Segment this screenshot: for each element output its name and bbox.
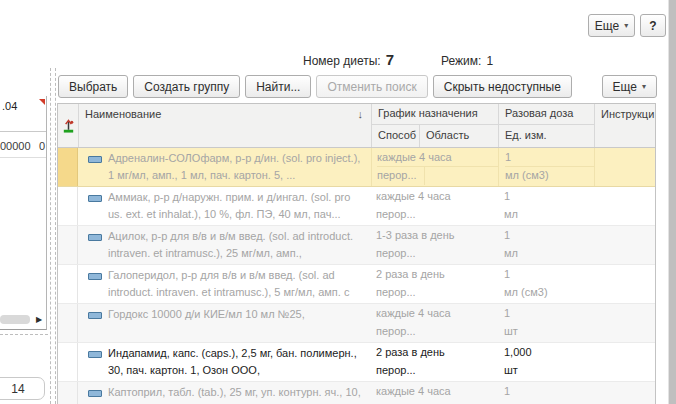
create-group-button[interactable]: Создать группу xyxy=(133,75,240,98)
list-item-icon xyxy=(88,390,102,397)
medication-name: Аммиак, р-р д/наружн. прим. и д/ингал. (… xyxy=(108,189,367,223)
unit-value: шт xyxy=(504,362,594,380)
select-button[interactable]: Выбрать xyxy=(58,75,128,98)
column-header-method[interactable]: Способ xyxy=(372,125,420,147)
table-row[interactable]: Гордокс 10000 д/и КИЕ/мл 10 мл №25, кажд… xyxy=(58,304,655,343)
medication-name: Гордокс 10000 д/и КИЕ/мл 10 мл №25, xyxy=(108,306,305,340)
instruction-cell xyxy=(594,343,655,381)
count-value: 14 xyxy=(11,382,24,396)
table-header: Наименование ↓ График назначения Способ … xyxy=(58,104,655,148)
window-more-button[interactable]: Еще ▾ xyxy=(588,14,635,37)
column-header-unit[interactable]: Ед. изм. xyxy=(499,125,594,147)
unit-value: мл xyxy=(504,206,594,224)
list-toolbar: Выбрать Создать группу Найти... Отменить… xyxy=(58,75,657,98)
mode-label: Режим: xyxy=(441,54,481,68)
medication-name: Адреналин-СОЛОфарм, р-р д/ин. (sol. pro … xyxy=(108,150,367,184)
vertical-scrollbar[interactable] xyxy=(668,0,676,404)
hide-unavailable-button[interactable]: Скрыть недоступные xyxy=(433,75,572,98)
toolbar-more-label: Еще xyxy=(613,80,637,94)
left-panel-header-cell: .04 xyxy=(0,96,46,132)
schedule-value: 2 раза в день xyxy=(376,265,498,284)
method-value: перор... xyxy=(376,323,420,341)
table-row[interactable]: Галоперидол, р-р для в/в и в/м введ. (so… xyxy=(58,265,655,304)
table-row[interactable]: Аммиак, р-р д/наружн. прим. и д/ингал. (… xyxy=(58,187,655,226)
dose-value: 1 xyxy=(504,187,594,206)
row-marker-cell xyxy=(58,265,78,303)
column-header-schedule-group[interactable]: График назначения Способ Область xyxy=(371,104,498,147)
instruction-cell xyxy=(594,265,655,303)
instruction-cell xyxy=(594,148,655,186)
column-header-schedule[interactable]: График назначения xyxy=(372,104,498,125)
table-row[interactable]: Индапамид, капс. (caps.), 2,5 мг, бан. п… xyxy=(58,343,655,382)
instruction-cell xyxy=(594,187,655,225)
schedule-value: каждые 4 часа xyxy=(376,304,498,323)
row-marker-cell xyxy=(58,187,78,225)
instruction-cell xyxy=(594,382,655,404)
dose-value: 1 xyxy=(504,382,594,401)
schedule-value: каждые 4 часа xyxy=(377,148,498,167)
scrollbar-thumb[interactable] xyxy=(0,315,30,324)
medication-table: Наименование ↓ График назначения Способ … xyxy=(57,103,656,404)
diet-number-label: Номер диеты: xyxy=(303,54,381,68)
window-more-label: Еще xyxy=(595,19,619,33)
row-marker-cell xyxy=(58,304,78,342)
method-value: перор... xyxy=(376,362,420,380)
toolbar-more-button[interactable]: Еще ▾ xyxy=(602,75,657,98)
list-item-icon xyxy=(88,351,102,358)
unit-value: мл (см3) xyxy=(505,167,594,185)
table-row[interactable]: Каптоприл, табл. (tab.), 25 мг, уп. конт… xyxy=(58,382,655,404)
left-panel-code: 00000 xyxy=(0,140,31,152)
dose-value: 1 xyxy=(504,226,594,245)
instruction-cell xyxy=(594,226,655,264)
info-line: Номер диеты: 7 Режим: 1 xyxy=(303,51,493,68)
column-header-dose-group[interactable]: Разовая доза Ед. изм. xyxy=(498,104,594,147)
horizontal-splitter[interactable] xyxy=(0,334,48,335)
column-header-area[interactable]: Область xyxy=(420,125,498,147)
chevron-down-icon: ▾ xyxy=(642,82,646,91)
dose-value: 1,000 xyxy=(504,343,594,362)
schedule-value: 1-3 раза в день xyxy=(376,226,498,245)
schedule-value: каждые 4 часа xyxy=(376,382,498,401)
row-marker-cell xyxy=(58,382,78,404)
method-value: перор... xyxy=(376,245,420,263)
find-button[interactable]: Найти... xyxy=(245,75,311,98)
row-marker-cell xyxy=(58,343,78,381)
schedule-value: каждые 4 часа xyxy=(376,187,498,206)
chevron-down-icon: ▾ xyxy=(624,21,628,30)
row-marker-cell xyxy=(58,148,78,186)
unit-value: мл xyxy=(504,245,594,263)
table-row[interactable]: Ацилок, р-р для в/в и в/м введ. (sol. ad… xyxy=(58,226,655,265)
medication-name: Каптоприл, табл. (tab.), 25 мг, уп. конт… xyxy=(108,384,367,404)
red-corner-marker-icon xyxy=(39,99,45,105)
scroll-right-icon[interactable]: ▶ xyxy=(36,315,42,324)
column-header-instruction[interactable]: Инструкци xyxy=(594,104,655,147)
help-button[interactable]: ? xyxy=(640,14,666,37)
unit-value: мл (см3) xyxy=(504,284,594,302)
horizontal-scrollbar[interactable]: ▶ xyxy=(0,315,42,324)
list-item-icon xyxy=(88,156,102,163)
left-panel-header-text: .04 xyxy=(2,100,17,112)
medication-name: Галоперидол, р-р для в/в и в/м введ. (so… xyxy=(108,267,367,301)
dose-value: 1 xyxy=(505,148,594,167)
left-panel-row[interactable]: 00000 0 xyxy=(0,132,46,158)
sort-descending-icon: ↓ xyxy=(358,108,364,120)
hierarchy-icon xyxy=(61,118,76,134)
count-field[interactable]: 14 xyxy=(0,377,45,400)
list-item-icon xyxy=(88,273,102,280)
vertical-splitter[interactable] xyxy=(55,68,56,404)
instruction-cell xyxy=(594,304,655,342)
table-row[interactable]: Адреналин-СОЛОфарм, р-р д/ин. (sol. pro … xyxy=(58,148,655,187)
header-marker-column[interactable] xyxy=(58,104,78,147)
dose-value: 1 xyxy=(504,304,594,323)
list-item-icon xyxy=(88,195,102,202)
list-item-icon xyxy=(88,234,102,241)
unit-value: шт xyxy=(504,323,594,341)
column-header-name-label: Наименование xyxy=(85,108,161,120)
column-header-dose[interactable]: Разовая доза xyxy=(499,104,594,125)
vertical-splitter[interactable] xyxy=(50,68,51,404)
left-panel-fragment: .04 00000 0 ▶ xyxy=(0,96,47,330)
cancel-search-button: Отменить поиск xyxy=(316,75,427,98)
left-panel-extra: 0 xyxy=(39,140,45,152)
medication-name: Ацилок, р-р для в/в и в/м введ. (sol. ad… xyxy=(108,228,367,262)
column-header-name[interactable]: Наименование ↓ xyxy=(78,104,371,147)
